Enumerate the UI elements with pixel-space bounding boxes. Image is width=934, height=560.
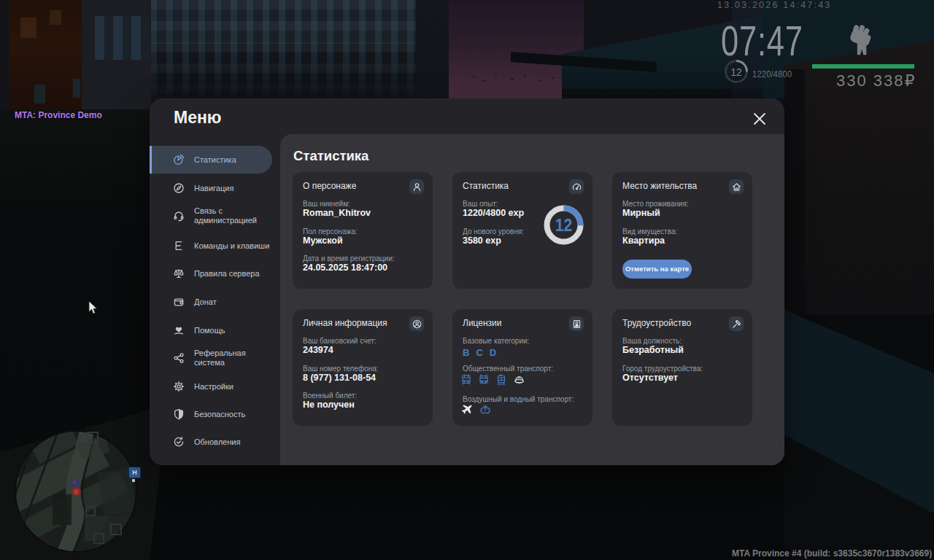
svg-text:12: 12 bbox=[555, 216, 572, 236]
svg-text:12: 12 bbox=[730, 66, 742, 78]
